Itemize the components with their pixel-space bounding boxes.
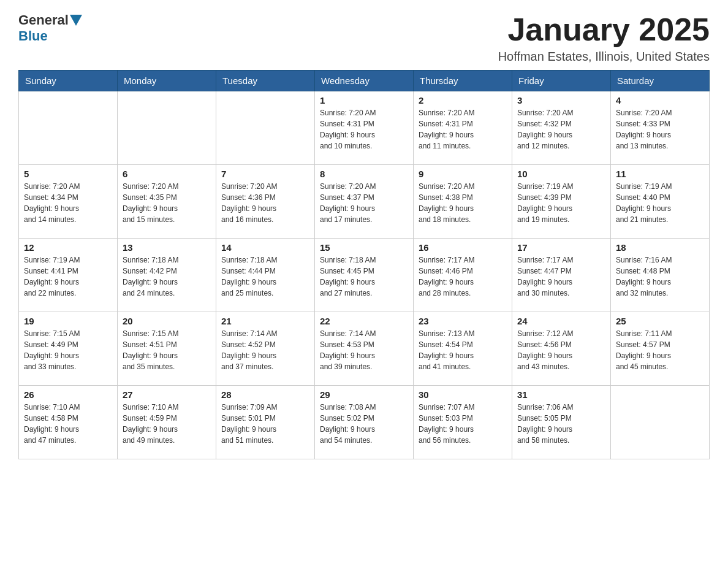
logo-triangle-icon [70, 15, 82, 26]
day-info: Sunrise: 7:12 AMSunset: 4:56 PMDaylight:… [517, 328, 605, 372]
calendar-cell: 12Sunrise: 7:19 AMSunset: 4:41 PMDayligh… [19, 239, 118, 312]
calendar-cell: 29Sunrise: 7:08 AMSunset: 5:02 PMDayligh… [315, 386, 414, 459]
calendar-table: SundayMondayTuesdayWednesdayThursdayFrid… [18, 70, 710, 459]
day-info: Sunrise: 7:14 AMSunset: 4:52 PMDaylight:… [221, 328, 309, 372]
day-info: Sunrise: 7:15 AMSunset: 4:51 PMDaylight:… [123, 328, 211, 372]
month-title: January 2025 [498, 12, 710, 47]
column-header-monday: Monday [118, 71, 216, 91]
calendar-cell: 19Sunrise: 7:15 AMSunset: 4:49 PMDayligh… [19, 312, 118, 386]
calendar-cell: 24Sunrise: 7:12 AMSunset: 4:56 PMDayligh… [512, 312, 611, 386]
calendar-cell [118, 91, 216, 165]
column-header-thursday: Thursday [414, 71, 512, 91]
day-number: 27 [123, 389, 211, 400]
calendar-cell: 17Sunrise: 7:17 AMSunset: 4:47 PMDayligh… [512, 239, 611, 312]
day-number: 12 [24, 242, 112, 253]
day-info: Sunrise: 7:07 AMSunset: 5:03 PMDaylight:… [419, 402, 507, 446]
day-info: Sunrise: 7:14 AMSunset: 4:53 PMDaylight:… [320, 328, 408, 372]
location-title: Hoffman Estates, Illinois, United States [498, 50, 710, 64]
week-row-2: 5Sunrise: 7:20 AMSunset: 4:34 PMDaylight… [19, 165, 710, 239]
day-info: Sunrise: 7:20 AMSunset: 4:38 PMDaylight:… [419, 181, 507, 225]
column-header-wednesday: Wednesday [315, 71, 414, 91]
day-info: Sunrise: 7:06 AMSunset: 5:05 PMDaylight:… [517, 402, 605, 446]
logo: General Blue [18, 12, 83, 44]
day-number: 24 [517, 316, 605, 326]
day-number: 20 [123, 316, 211, 326]
week-row-1: 1Sunrise: 7:20 AMSunset: 4:31 PMDaylight… [19, 91, 710, 165]
calendar-cell: 8Sunrise: 7:20 AMSunset: 4:37 PMDaylight… [315, 165, 414, 239]
day-number: 10 [517, 169, 605, 179]
page-header: General Blue January 2025 Hoffman Estate… [18, 12, 710, 64]
day-info: Sunrise: 7:19 AMSunset: 4:41 PMDaylight:… [24, 255, 112, 299]
day-number: 7 [221, 169, 309, 179]
day-info: Sunrise: 7:18 AMSunset: 4:45 PMDaylight:… [320, 255, 408, 299]
day-info: Sunrise: 7:18 AMSunset: 4:42 PMDaylight:… [123, 255, 211, 299]
calendar-cell: 13Sunrise: 7:18 AMSunset: 4:42 PMDayligh… [118, 239, 216, 312]
calendar-cell: 21Sunrise: 7:14 AMSunset: 4:52 PMDayligh… [216, 312, 315, 386]
day-number: 1 [320, 95, 408, 105]
calendar-cell: 27Sunrise: 7:10 AMSunset: 4:59 PMDayligh… [118, 386, 216, 459]
day-info: Sunrise: 7:20 AMSunset: 4:32 PMDaylight:… [517, 107, 605, 151]
day-number: 5 [24, 169, 112, 179]
week-row-5: 26Sunrise: 7:10 AMSunset: 4:58 PMDayligh… [19, 386, 710, 459]
calendar-cell: 20Sunrise: 7:15 AMSunset: 4:51 PMDayligh… [118, 312, 216, 386]
calendar-cell: 31Sunrise: 7:06 AMSunset: 5:05 PMDayligh… [512, 386, 611, 459]
calendar-cell: 1Sunrise: 7:20 AMSunset: 4:31 PMDaylight… [315, 91, 414, 165]
day-number: 17 [517, 242, 605, 253]
calendar-cell: 14Sunrise: 7:18 AMSunset: 4:44 PMDayligh… [216, 239, 315, 312]
logo-general: General [18, 12, 69, 28]
day-number: 28 [221, 389, 309, 400]
day-number: 13 [123, 242, 211, 253]
day-number: 22 [320, 316, 408, 326]
calendar-cell: 4Sunrise: 7:20 AMSunset: 4:33 PMDaylight… [611, 91, 710, 165]
day-info: Sunrise: 7:15 AMSunset: 4:49 PMDaylight:… [24, 328, 112, 372]
column-header-saturday: Saturday [611, 71, 710, 91]
calendar-cell: 9Sunrise: 7:20 AMSunset: 4:38 PMDaylight… [414, 165, 512, 239]
day-info: Sunrise: 7:11 AMSunset: 4:57 PMDaylight:… [616, 328, 704, 372]
day-info: Sunrise: 7:20 AMSunset: 4:31 PMDaylight:… [419, 107, 507, 151]
calendar-cell: 15Sunrise: 7:18 AMSunset: 4:45 PMDayligh… [315, 239, 414, 312]
day-info: Sunrise: 7:09 AMSunset: 5:01 PMDaylight:… [221, 402, 309, 446]
logo-text: General [18, 12, 83, 28]
calendar-cell: 5Sunrise: 7:20 AMSunset: 4:34 PMDaylight… [19, 165, 118, 239]
day-number: 2 [419, 95, 507, 105]
day-number: 11 [616, 169, 704, 179]
calendar-cell: 3Sunrise: 7:20 AMSunset: 4:32 PMDaylight… [512, 91, 611, 165]
day-number: 31 [517, 389, 605, 400]
day-number: 29 [320, 389, 408, 400]
day-info: Sunrise: 7:13 AMSunset: 4:54 PMDaylight:… [419, 328, 507, 372]
day-info: Sunrise: 7:19 AMSunset: 4:40 PMDaylight:… [616, 181, 704, 225]
column-header-friday: Friday [512, 71, 611, 91]
calendar-cell: 30Sunrise: 7:07 AMSunset: 5:03 PMDayligh… [414, 386, 512, 459]
column-header-tuesday: Tuesday [216, 71, 315, 91]
calendar-cell: 23Sunrise: 7:13 AMSunset: 4:54 PMDayligh… [414, 312, 512, 386]
day-number: 25 [616, 316, 704, 326]
calendar-cell: 7Sunrise: 7:20 AMSunset: 4:36 PMDaylight… [216, 165, 315, 239]
day-number: 30 [419, 389, 507, 400]
day-number: 14 [221, 242, 309, 253]
week-row-4: 19Sunrise: 7:15 AMSunset: 4:49 PMDayligh… [19, 312, 710, 386]
calendar-cell: 16Sunrise: 7:17 AMSunset: 4:46 PMDayligh… [414, 239, 512, 312]
calendar-cell [19, 91, 118, 165]
logo-blue: Blue [18, 28, 48, 44]
day-number: 3 [517, 95, 605, 105]
day-info: Sunrise: 7:10 AMSunset: 4:58 PMDaylight:… [24, 402, 112, 446]
calendar-cell: 28Sunrise: 7:09 AMSunset: 5:01 PMDayligh… [216, 386, 315, 459]
day-number: 26 [24, 389, 112, 400]
day-info: Sunrise: 7:17 AMSunset: 4:47 PMDaylight:… [517, 255, 605, 299]
calendar-cell: 25Sunrise: 7:11 AMSunset: 4:57 PMDayligh… [611, 312, 710, 386]
calendar-cell: 2Sunrise: 7:20 AMSunset: 4:31 PMDaylight… [414, 91, 512, 165]
calendar-cell: 18Sunrise: 7:16 AMSunset: 4:48 PMDayligh… [611, 239, 710, 312]
day-info: Sunrise: 7:20 AMSunset: 4:35 PMDaylight:… [123, 181, 211, 225]
calendar-cell: 26Sunrise: 7:10 AMSunset: 4:58 PMDayligh… [19, 386, 118, 459]
day-number: 6 [123, 169, 211, 179]
day-info: Sunrise: 7:20 AMSunset: 4:31 PMDaylight:… [320, 107, 408, 151]
calendar-cell: 10Sunrise: 7:19 AMSunset: 4:39 PMDayligh… [512, 165, 611, 239]
calendar-cell [611, 386, 710, 459]
calendar-header-row: SundayMondayTuesdayWednesdayThursdayFrid… [19, 71, 710, 91]
day-info: Sunrise: 7:08 AMSunset: 5:02 PMDaylight:… [320, 402, 408, 446]
day-info: Sunrise: 7:16 AMSunset: 4:48 PMDaylight:… [616, 255, 704, 299]
calendar-cell: 6Sunrise: 7:20 AMSunset: 4:35 PMDaylight… [118, 165, 216, 239]
calendar-cell: 11Sunrise: 7:19 AMSunset: 4:40 PMDayligh… [611, 165, 710, 239]
column-header-sunday: Sunday [19, 71, 118, 91]
week-row-3: 12Sunrise: 7:19 AMSunset: 4:41 PMDayligh… [19, 239, 710, 312]
